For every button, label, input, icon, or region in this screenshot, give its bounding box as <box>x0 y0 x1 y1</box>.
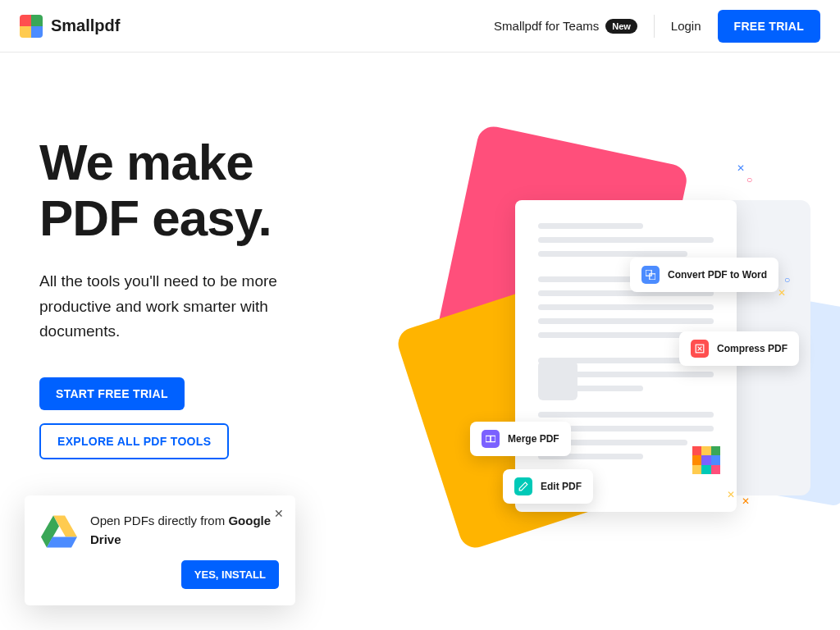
svg-rect-1 <box>650 274 655 280</box>
svg-rect-4 <box>491 436 495 441</box>
toast-text-prefix: Open PDFs directly from <box>90 514 228 527</box>
logo-text: Smallpdf <box>51 16 120 35</box>
accent-icon: ✕ <box>737 162 745 174</box>
toast-body: Open PDFs directly from Google Drive YES… <box>90 512 279 589</box>
teams-link-label: Smallpdf for Teams <box>494 19 599 33</box>
login-link[interactable]: Login <box>671 19 701 33</box>
chip-edit-pdf[interactable]: Edit PDF <box>503 469 593 504</box>
chip-merge-pdf[interactable]: Merge PDF <box>470 422 571 456</box>
chip-edit-label: Edit PDF <box>541 481 582 492</box>
chip-convert-label: Convert PDF to Word <box>668 269 767 281</box>
hero-title-line1: We make <box>39 134 253 190</box>
hero-illustration: Convert PDF to Word Compress PDF Merge P… <box>400 135 801 545</box>
convert-icon <box>641 266 660 284</box>
svg-rect-3 <box>486 436 491 441</box>
hero-title-line2: PDF easy. <box>39 189 272 246</box>
toast-text: Open PDFs directly from Google Drive <box>90 512 279 549</box>
hero-title: We make PDF easy. <box>39 135 368 246</box>
google-drive-icon <box>41 515 77 548</box>
accent-icon: ✕ <box>778 287 786 299</box>
compress-icon <box>691 340 709 358</box>
hero-content: We make PDF easy. All the tools you'll n… <box>39 135 368 545</box>
hero-buttons: START FREE TRIAL EXPLORE ALL PDF TOOLS <box>39 377 368 459</box>
chip-convert-pdf-to-word[interactable]: Convert PDF to Word <box>630 258 778 292</box>
gdrive-install-toast: ✕ Open PDFs directly from Google Drive Y… <box>25 495 295 605</box>
hero: We make PDF easy. All the tools you'll n… <box>0 52 840 545</box>
merge-icon <box>482 430 500 448</box>
nav: Smallpdf for Teams New Login FREE TRIAL <box>494 10 820 43</box>
chip-compress-label: Compress PDF <box>717 343 788 354</box>
new-badge: New <box>605 19 637 34</box>
chip-compress-pdf[interactable]: Compress PDF <box>679 331 799 366</box>
svg-rect-0 <box>646 270 651 276</box>
nav-divider <box>654 15 655 38</box>
edit-icon <box>514 477 532 495</box>
hero-subtitle: All the tools you'll need to be more pro… <box>39 269 335 344</box>
logo-icon <box>20 15 43 38</box>
free-trial-button[interactable]: FREE TRIAL <box>718 10 820 43</box>
accent-icon: ○ <box>746 174 752 185</box>
header: Smallpdf Smallpdf for Teams New Login FR… <box>0 0 840 52</box>
explore-tools-button[interactable]: EXPLORE ALL PDF TOOLS <box>39 423 229 459</box>
accent-icon: ✕ <box>727 489 735 500</box>
accent-icon: ✕ <box>742 495 750 507</box>
teams-link[interactable]: Smallpdf for Teams New <box>494 19 637 34</box>
chip-merge-label: Merge PDF <box>508 433 559 445</box>
accent-icon: ○ <box>784 274 790 285</box>
start-free-trial-button[interactable]: START FREE TRIAL <box>39 377 185 410</box>
mini-logo-icon <box>692 446 720 474</box>
logo[interactable]: Smallpdf <box>20 15 120 38</box>
close-icon[interactable]: ✕ <box>274 507 284 520</box>
install-button[interactable]: YES, INSTALL <box>181 560 279 589</box>
